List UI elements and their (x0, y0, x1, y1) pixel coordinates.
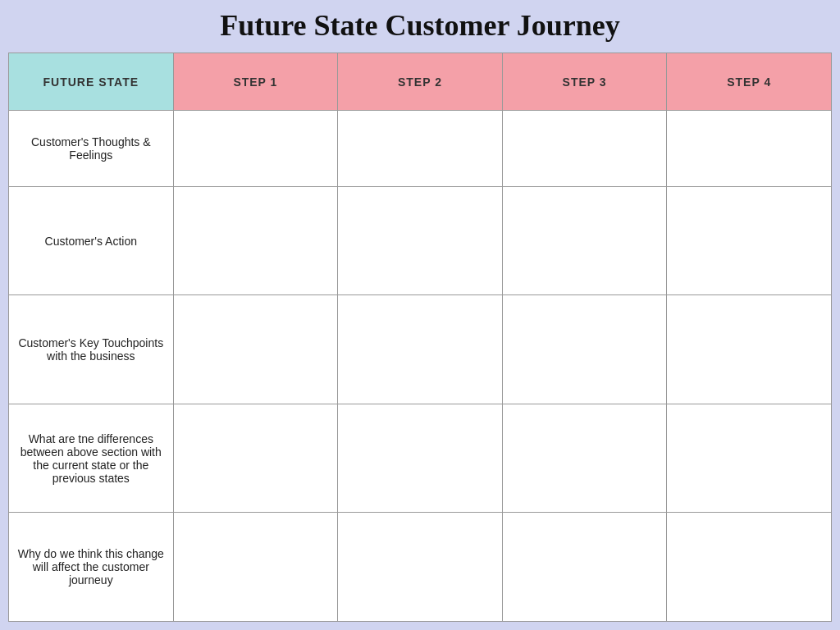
cell-3-4[interactable] (667, 404, 832, 513)
cell-3-3[interactable] (502, 404, 667, 513)
cell-1-4[interactable] (667, 186, 832, 295)
journey-table: FUTURE STATE STEP 1 STEP 2 STEP 3 STEP 4… (8, 52, 832, 622)
cell-4-3[interactable] (502, 513, 667, 622)
table-row: Why do we think this change will affect … (9, 513, 832, 622)
header-step-2: STEP 2 (338, 53, 503, 111)
table-row: Customer's Action (9, 186, 832, 295)
cell-2-2[interactable] (338, 295, 503, 404)
cell-4-1[interactable] (173, 513, 338, 622)
header-row: FUTURE STATE STEP 1 STEP 2 STEP 3 STEP 4 (9, 53, 832, 111)
cell-1-1[interactable] (173, 186, 338, 295)
cell-1-2[interactable] (338, 186, 503, 295)
header-step-1: STEP 1 (173, 53, 338, 111)
table-row: What are tne differences between above s… (9, 404, 832, 513)
page-title: Future State Customer Journey (220, 8, 620, 43)
cell-2-3[interactable] (502, 295, 667, 404)
cell-4-4[interactable] (667, 513, 832, 622)
table-row: Customer's Key Touchpoints with the busi… (9, 295, 832, 404)
row-label-why-change: Why do we think this change will affect … (9, 513, 174, 622)
cell-0-3[interactable] (502, 111, 667, 187)
cell-1-3[interactable] (502, 186, 667, 295)
row-label-thoughts: Customer's Thoughts & Feelings (9, 111, 174, 187)
header-future-state: FUTURE STATE (9, 53, 174, 111)
cell-0-1[interactable] (173, 111, 338, 187)
cell-3-2[interactable] (338, 404, 503, 513)
cell-0-2[interactable] (338, 111, 503, 187)
cell-3-1[interactable] (173, 404, 338, 513)
row-label-differences: What are tne differences between above s… (9, 404, 174, 513)
row-label-touchpoints: Customer's Key Touchpoints with the busi… (9, 295, 174, 404)
cell-2-4[interactable] (667, 295, 832, 404)
header-step-4: STEP 4 (667, 53, 832, 111)
cell-4-2[interactable] (338, 513, 503, 622)
cell-0-4[interactable] (667, 111, 832, 187)
page-container: Future State Customer Journey FUTURE STA… (0, 0, 840, 630)
row-label-action: Customer's Action (9, 186, 174, 295)
header-step-3: STEP 3 (502, 53, 667, 111)
cell-2-1[interactable] (173, 295, 338, 404)
table-row: Customer's Thoughts & Feelings (9, 111, 832, 187)
